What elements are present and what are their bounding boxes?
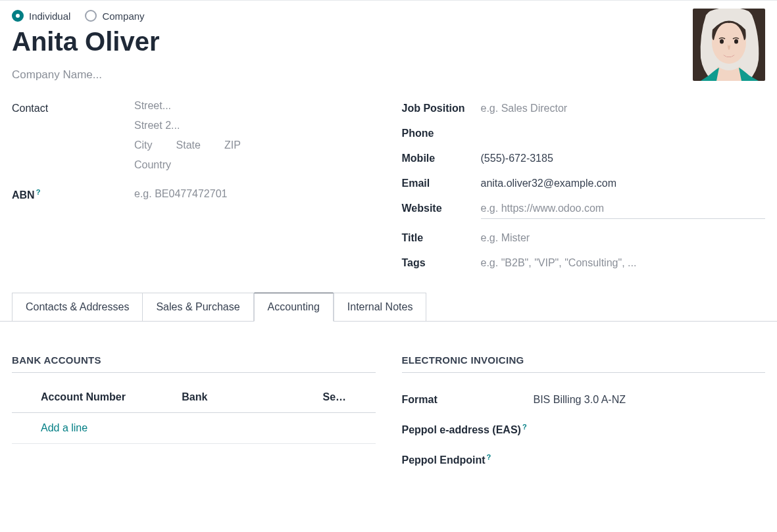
website-label: Website <box>402 200 481 214</box>
bank-accounts-section: BANK ACCOUNTS Account Number Bank Se… Ad… <box>12 354 376 481</box>
format-field[interactable]: BIS Billing 3.0 A-NZ <box>534 391 766 406</box>
tab-sales-purchase[interactable]: Sales & Purchase <box>143 293 253 321</box>
radio-company-label: Company <box>102 11 144 22</box>
tags-label: Tags <box>402 254 481 269</box>
help-icon[interactable]: ? <box>36 188 41 196</box>
help-icon[interactable]: ? <box>522 423 527 431</box>
email-label: Email <box>402 175 481 189</box>
svg-point-3 <box>734 39 738 44</box>
abn-field[interactable]: e.g. BE0477472701 <box>134 185 376 200</box>
state-field[interactable]: State <box>176 139 201 151</box>
company-name-field[interactable]: Company Name... <box>12 68 765 82</box>
peppol-eas-field[interactable] <box>534 420 766 423</box>
address-block[interactable]: Street... Street 2... City State ZIP Cou… <box>134 100 376 179</box>
col-bank: Bank <box>182 391 322 403</box>
radio-individual[interactable]: Individual <box>12 10 70 22</box>
title-label: Title <box>402 230 481 244</box>
tags-field[interactable]: e.g. "B2B", "VIP", "Consulting", ... <box>481 254 766 269</box>
help-icon[interactable]: ? <box>487 453 491 461</box>
peppol-eas-label: Peppol e-address (EAS)? <box>402 420 534 436</box>
radio-icon <box>85 10 97 22</box>
street-field[interactable]: Street... <box>134 100 376 112</box>
col-account-number: Account Number <box>41 391 182 403</box>
job-position-field[interactable]: e.g. Sales Director <box>481 100 766 114</box>
title-field[interactable]: e.g. Mister <box>481 230 766 244</box>
contact-label: Contact <box>12 100 134 114</box>
abn-label: ABN? <box>12 185 134 201</box>
email-field[interactable]: anita.oliver32@example.com <box>481 175 766 189</box>
bank-accounts-title: BANK ACCOUNTS <box>12 354 376 373</box>
radio-individual-label: Individual <box>29 11 70 22</box>
street2-field[interactable]: Street 2... <box>134 120 376 132</box>
bank-add-row[interactable]: Add a line <box>12 413 376 444</box>
avatar[interactable] <box>693 9 765 81</box>
job-position-label: Job Position <box>402 100 481 114</box>
city-field[interactable]: City <box>134 139 153 151</box>
tab-contacts-addresses[interactable]: Contacts & Addresses <box>12 293 143 321</box>
tab-bar: Contacts & Addresses Sales & Purchase Ac… <box>0 293 777 322</box>
radio-company[interactable]: Company <box>85 10 144 22</box>
tab-internal-notes[interactable]: Internal Notes <box>334 293 427 321</box>
phone-label: Phone <box>402 125 481 139</box>
country-field[interactable]: Country <box>134 159 376 171</box>
mobile-label: Mobile <box>402 150 481 164</box>
radio-icon <box>12 10 24 22</box>
electronic-invoicing-title: ELECTRONIC INVOICING <box>402 354 766 373</box>
bank-table-header: Account Number Bank Se… <box>12 391 376 413</box>
phone-field[interactable] <box>481 125 766 128</box>
col-send-money: Se… <box>323 391 376 403</box>
peppol-endpoint-field[interactable] <box>534 450 766 453</box>
format-label: Format <box>402 391 534 406</box>
add-a-line[interactable]: Add a line <box>41 422 182 434</box>
website-field[interactable]: e.g. https://www.odoo.com <box>481 200 766 219</box>
bank-empty-row <box>12 444 376 470</box>
tab-accounting[interactable]: Accounting <box>254 293 334 322</box>
contact-type-radio-group: Individual Company <box>12 10 765 22</box>
zip-field[interactable]: ZIP <box>224 139 241 151</box>
electronic-invoicing-section: ELECTRONIC INVOICING Format BIS Billing … <box>402 354 766 481</box>
mobile-field[interactable]: (555)-672-3185 <box>481 150 766 164</box>
contact-name[interactable]: Anita Oliver <box>12 27 765 57</box>
svg-point-2 <box>720 39 724 44</box>
peppol-endpoint-label: Peppol Endpoint? <box>402 450 534 466</box>
